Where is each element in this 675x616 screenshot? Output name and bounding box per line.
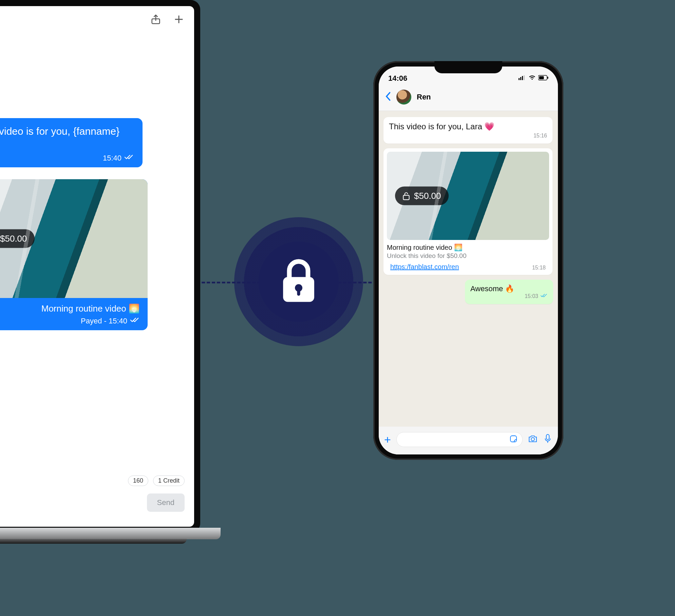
laptop-foot bbox=[0, 539, 187, 544]
read-receipt-icon bbox=[130, 317, 139, 325]
sticker-icon[interactable] bbox=[509, 435, 518, 444]
price-value: $50.00 bbox=[0, 234, 27, 244]
message-time: 15:03 bbox=[525, 293, 538, 299]
media-link[interactable]: https:/fanblast.com/ren bbox=[390, 263, 459, 271]
read-receipt-icon bbox=[540, 293, 548, 299]
phone-device: 14:06 bbox=[373, 61, 563, 460]
outgoing-message: Awesome 🔥 15:03 bbox=[465, 280, 553, 304]
status-time: 14:06 bbox=[388, 74, 407, 83]
price-value: $50.00 bbox=[414, 191, 441, 201]
svg-rect-11 bbox=[547, 77, 548, 79]
lock-icon bbox=[280, 258, 317, 305]
send-button[interactable]: Send bbox=[147, 493, 185, 512]
incoming-message: This video is for you, Lara 💗 15:16 bbox=[383, 117, 552, 144]
chat-body: This video is for you, Lara 💗 15:16 $50.… bbox=[379, 111, 558, 389]
svg-rect-8 bbox=[524, 75, 525, 80]
message-text: Awesome 🔥 bbox=[470, 284, 514, 293]
media-caption-title: Morning routine video 🌅 bbox=[387, 243, 549, 251]
share-icon[interactable] bbox=[150, 14, 162, 26]
cellular-icon bbox=[519, 74, 526, 83]
credit-count-chip: 1 Credit bbox=[153, 475, 185, 486]
svg-rect-6 bbox=[520, 77, 521, 80]
unlock-icon bbox=[402, 191, 410, 200]
plus-icon[interactable] bbox=[173, 14, 185, 26]
svg-rect-2 bbox=[297, 290, 300, 296]
battery-icon bbox=[538, 74, 548, 83]
message-time: 15:18 bbox=[532, 265, 546, 271]
svg-rect-10 bbox=[539, 76, 544, 79]
counter-row: 160 1 Credit bbox=[128, 475, 185, 486]
phone-screen: 14:06 bbox=[379, 67, 558, 454]
message-time: 15:16 bbox=[389, 133, 547, 139]
media-status: Payed - 15:40 bbox=[81, 317, 127, 325]
svg-rect-7 bbox=[522, 76, 523, 80]
media-caption-subtitle: Unlock this video for $50.00 bbox=[387, 252, 549, 260]
laptop-base bbox=[0, 528, 221, 539]
media-caption-text: Morning routine video 🌅 bbox=[0, 303, 139, 314]
message-input-bar: + bbox=[379, 427, 558, 454]
attach-button[interactable]: + bbox=[384, 434, 391, 445]
contact-name[interactable]: Ren bbox=[417, 93, 431, 101]
message-text: This video is for you, Lara 💗 bbox=[389, 122, 547, 131]
lock-badge bbox=[234, 217, 363, 346]
laptop-toolbar bbox=[150, 14, 185, 26]
laptop-bezel: This video is for you, {fanname} 💗 15:40 bbox=[0, 0, 200, 533]
chat-header: Ren bbox=[379, 86, 558, 111]
message-input[interactable] bbox=[396, 432, 523, 447]
media-thumbnail: $50.00 bbox=[0, 179, 148, 298]
outgoing-media-card[interactable]: $50.00 Morning routine video 🌅 Payed - 1… bbox=[0, 179, 148, 330]
svg-rect-15 bbox=[546, 434, 549, 440]
svg-rect-12 bbox=[403, 195, 409, 200]
back-button[interactable] bbox=[385, 92, 391, 102]
svg-rect-13 bbox=[510, 436, 517, 442]
char-count-chip: 160 bbox=[128, 475, 148, 486]
message-time: 15:40 bbox=[103, 154, 121, 163]
phone-notch bbox=[434, 61, 502, 73]
message-text: This video is for you, {fanname} 💗 bbox=[0, 126, 119, 149]
mic-button[interactable] bbox=[543, 434, 552, 445]
laptop-device: This video is for you, {fanname} 💗 15:40 bbox=[0, 0, 200, 533]
read-receipt-icon bbox=[124, 154, 134, 163]
price-badge: $50.00 bbox=[0, 229, 35, 248]
price-badge: $50.00 bbox=[395, 187, 449, 205]
incoming-media-card[interactable]: $50.00 Morning routine video 🌅 Unlock th… bbox=[383, 148, 552, 275]
camera-button[interactable] bbox=[528, 434, 538, 445]
svg-rect-5 bbox=[519, 78, 520, 80]
svg-point-14 bbox=[531, 437, 535, 441]
avatar[interactable] bbox=[396, 90, 411, 105]
wifi-icon bbox=[529, 74, 536, 83]
outgoing-message-bubble: This video is for you, {fanname} 💗 15:40 bbox=[0, 118, 143, 167]
laptop-screen: This video is for you, {fanname} 💗 15:40 bbox=[0, 6, 194, 527]
chevron-left-icon bbox=[385, 92, 391, 101]
media-thumbnail: $50.00 bbox=[387, 152, 549, 240]
phone-bezel: 14:06 bbox=[373, 61, 563, 460]
